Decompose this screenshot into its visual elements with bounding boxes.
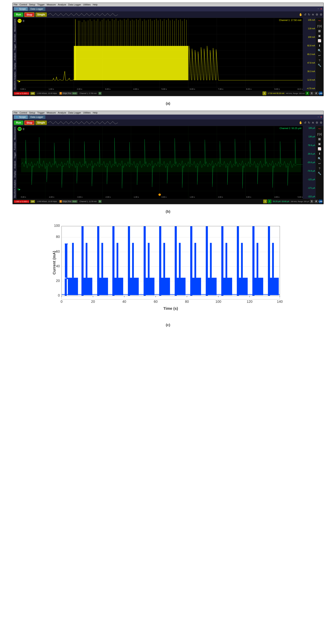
gear-icon-a[interactable]: ⚙	[320, 13, 322, 16]
sidebar-function-b[interactable]: Function	[13, 141, 17, 151]
ch3-status-a[interactable]: 3	[310, 92, 313, 95]
analyze-icon-a[interactable]: 📈	[318, 39, 321, 42]
bar-chart-icon-b[interactable]: ▦	[318, 137, 321, 141]
sidebar-waveform-b[interactable]: Waveform Analytics	[13, 179, 17, 199]
tab-scope-b[interactable]: Scope	[14, 115, 28, 119]
wave-icon-b[interactable]: 〜	[318, 127, 321, 131]
grid-icon-a[interactable]: ▣	[318, 34, 321, 38]
probe-icon-a[interactable]: 🔍	[318, 49, 321, 52]
menu-measure-b[interactable]: Measure	[47, 112, 56, 114]
settings-icon-a[interactable]: ⚙	[316, 13, 318, 16]
arrow-icon-b[interactable]: ↩	[318, 162, 321, 165]
status-d-a[interactable]: D	[98, 92, 102, 95]
menu-control[interactable]: Control	[20, 3, 27, 6]
sidebar-measurement-a[interactable]: Measurement	[13, 18, 17, 33]
tab-scope-a[interactable]: Scope	[14, 7, 28, 11]
ch1-status-b[interactable]: 1	[263, 200, 267, 203]
func-icon-a[interactable]: ƒ(x)	[317, 24, 322, 28]
menu-help-b[interactable]: Help	[93, 112, 97, 114]
ch2-status-a[interactable]: 2	[305, 92, 309, 95]
analyze-icon-b[interactable]: 📈	[318, 147, 321, 150]
menu-trigger-b[interactable]: Trigger	[37, 112, 45, 114]
menu-setup[interactable]: Setup	[29, 3, 35, 6]
delete-ch1-a[interactable]: 🗑	[22, 20, 25, 22]
redo-icon-a[interactable]: ↻	[308, 13, 310, 16]
waveform-selector-a[interactable]	[48, 13, 119, 16]
minimize-button-b[interactable]: −	[317, 116, 319, 118]
sidebar-display-a[interactable]: Display	[13, 62, 17, 70]
menu-analyze-b[interactable]: Analyze	[58, 112, 66, 114]
svg-line-78	[192, 49, 194, 80]
stop-button-b[interactable]: Stop	[24, 120, 34, 125]
menu-utilities[interactable]: Utilities	[83, 3, 91, 6]
run-button-a[interactable]: Run	[14, 12, 24, 17]
sidebar-function-a[interactable]: Function	[13, 33, 17, 43]
menu-datalogger[interactable]: Data Logger	[68, 3, 81, 6]
ch1-status-a[interactable]: 1	[263, 92, 266, 95]
arrow-icon-a[interactable]: ↩	[318, 54, 321, 57]
undo-icon-b[interactable]: ↺	[304, 121, 306, 124]
single-button-a[interactable]: Single	[35, 12, 47, 17]
undo-icon-a[interactable]: ↺	[304, 13, 306, 16]
signal-icon-b[interactable]: ≋	[312, 121, 314, 124]
close-button-a[interactable]: ✕	[320, 8, 322, 10]
help-icon-b[interactable]: ?	[319, 167, 320, 170]
sidebar-measurement-b[interactable]: Measurement	[13, 126, 17, 141]
status-d-b[interactable]: D	[98, 200, 102, 203]
menu-file-b[interactable]: File	[14, 112, 18, 114]
wrench-icon-b[interactable]: 🔧	[318, 172, 321, 175]
func-icon-b[interactable]: ƒ(x)	[317, 132, 322, 136]
menu-utilities-b[interactable]: Utilities	[83, 112, 91, 114]
hand-icon-a[interactable]: ✋	[299, 13, 302, 16]
scope-panel-a: File Control Setup Trigger Measure Analy…	[13, 2, 324, 96]
tab-datalogger-b[interactable]: Data Logger	[28, 115, 45, 119]
download-icon-b[interactable]: ⬇	[318, 152, 321, 156]
run-button-b[interactable]: Run	[14, 120, 24, 125]
wrench-icon-a[interactable]: 🔧	[318, 64, 321, 67]
signal-icon-a[interactable]: ≋	[312, 13, 314, 16]
menu-trigger[interactable]: Trigger	[37, 3, 45, 6]
sidebar-trigger-b[interactable]: Trigger	[13, 151, 17, 160]
tab-datalogger-a[interactable]: Data Logger	[28, 7, 45, 11]
waveform-selector-b[interactable]	[48, 121, 119, 125]
menu-analyze[interactable]: Analyze	[58, 3, 66, 6]
ch2-status-b-active[interactable]: 2	[268, 200, 271, 203]
stop-button-a[interactable]: Stop	[24, 12, 34, 17]
ch4-status-b[interactable]: 4	[314, 200, 318, 203]
sidebar-display-b[interactable]: Display	[13, 170, 17, 178]
ch4-status-a[interactable]: 4	[314, 92, 318, 95]
scale-100ma: 100 mA	[303, 36, 315, 38]
sidebar-trigger-a[interactable]: Trigger	[13, 43, 17, 52]
sidebar-analysis-b[interactable]: Analysis	[13, 160, 17, 170]
scale-79ua: 79.9 μA	[303, 144, 315, 146]
delete-ch2-b[interactable]: 🗑	[22, 128, 25, 130]
gear-icon-b[interactable]: ⚙	[320, 121, 322, 124]
lan-status-a[interactable]: LAN	[319, 92, 322, 95]
menu-measure[interactable]: Measure	[47, 3, 56, 6]
ch3-status-b[interactable]: 3	[310, 200, 313, 203]
menu-datalogger-b[interactable]: Data Logger	[68, 112, 81, 114]
ch2-badge-b[interactable]: C2	[18, 127, 22, 131]
sidebar-analysis-a[interactable]: Analysis	[13, 52, 17, 62]
download-icon-a[interactable]: ⬇	[318, 44, 321, 48]
redo-icon-b[interactable]: ↻	[308, 121, 310, 124]
close-button-b[interactable]: ✕	[320, 116, 322, 118]
menu-control-b[interactable]: Control	[20, 112, 27, 114]
minimize-button-a[interactable]: −	[317, 8, 319, 10]
lan-status-b[interactable]: LAN	[319, 200, 322, 203]
help-icon-a[interactable]: ?	[319, 59, 320, 62]
settings-icon-b[interactable]: ⚙	[316, 121, 318, 124]
hand-icon-b[interactable]: ✋	[299, 121, 302, 124]
menu-help[interactable]: Help	[93, 3, 97, 6]
single-button-b[interactable]: Single	[35, 120, 47, 125]
ch1-badge-a[interactable]: C1	[18, 19, 22, 23]
grid-a: T▶	[17, 18, 303, 91]
menu-setup-b[interactable]: Setup	[29, 112, 35, 114]
probe-icon-b[interactable]: 🔍	[318, 157, 321, 160]
menu-file[interactable]: File	[14, 3, 18, 6]
grid-icon-b[interactable]: ▣	[318, 142, 321, 146]
ch1-value-a: 17.50 mA/ 65.30 mA	[267, 92, 285, 95]
wave-icon-a[interactable]: 〜	[318, 19, 321, 23]
bar-chart-icon-a[interactable]: ▦	[318, 29, 321, 32]
sidebar-waveform-a[interactable]: Waveform Analytics	[13, 70, 17, 91]
